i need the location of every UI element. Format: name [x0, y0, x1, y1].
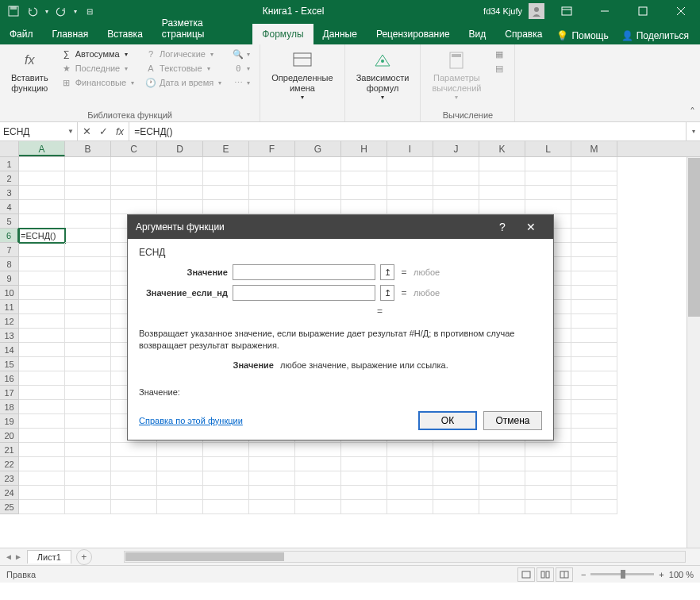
avatar[interactable] — [529, 3, 544, 19]
cell[interactable] — [203, 157, 249, 171]
share-button[interactable]: 👤Поделиться — [617, 27, 694, 44]
cell[interactable] — [571, 314, 617, 329]
row-header[interactable]: 4 — [0, 200, 19, 214]
calc-options-button[interactable]: Параметры вычислений ▾ — [427, 48, 486, 109]
cell[interactable] — [19, 429, 65, 443]
row-header[interactable]: 14 — [0, 343, 19, 357]
cell[interactable] — [157, 200, 203, 214]
range-select-icon[interactable]: ↥ — [380, 285, 394, 301]
cell[interactable] — [157, 486, 203, 500]
row-header[interactable]: 9 — [0, 271, 19, 286]
ribbon-display-icon[interactable] — [551, 0, 583, 22]
cell[interactable] — [65, 171, 111, 186]
cell[interactable] — [203, 171, 249, 186]
cell[interactable] — [525, 186, 571, 200]
cell[interactable] — [479, 500, 525, 514]
cell[interactable] — [249, 443, 295, 457]
cell[interactable] — [65, 400, 111, 414]
cell[interactable] — [525, 200, 571, 214]
tab-data[interactable]: Данные — [313, 24, 367, 44]
cell[interactable] — [65, 214, 111, 229]
cell[interactable] — [111, 171, 157, 186]
tab-page-layout[interactable]: Разметка страницы — [152, 13, 253, 44]
tab-review[interactable]: Рецензирование — [367, 24, 460, 44]
cell[interactable] — [203, 200, 249, 214]
qat-customize-icon[interactable]: ⊟ — [81, 2, 98, 20]
row-header[interactable]: 19 — [0, 414, 19, 429]
column-header[interactable]: K — [479, 141, 525, 156]
row-header[interactable]: 21 — [0, 443, 19, 457]
cell[interactable] — [19, 286, 65, 300]
cell[interactable] — [525, 500, 571, 514]
cell[interactable] — [249, 171, 295, 186]
tab-insert[interactable]: Вставка — [98, 24, 152, 44]
formula-auditing-button[interactable]: Зависимости формул ▾ — [352, 48, 414, 118]
row-header[interactable]: 2 — [0, 171, 19, 186]
cell[interactable] — [433, 471, 479, 486]
save-icon[interactable] — [5, 2, 22, 20]
tab-file[interactable]: Файл — [0, 24, 43, 44]
cell[interactable] — [19, 329, 65, 343]
cell[interactable] — [433, 486, 479, 500]
cell[interactable] — [525, 457, 571, 471]
cell[interactable] — [65, 257, 111, 271]
cell[interactable] — [341, 186, 387, 200]
cell[interactable] — [571, 486, 617, 500]
defined-names-button[interactable]: Определенные имена ▾ — [267, 48, 337, 118]
cell[interactable] — [65, 243, 111, 257]
cell[interactable] — [433, 500, 479, 514]
select-all-corner[interactable] — [0, 141, 19, 156]
undo-icon[interactable] — [24, 2, 41, 20]
cell[interactable] — [65, 229, 111, 243]
range-select-icon[interactable]: ↥ — [380, 264, 394, 280]
cell[interactable] — [19, 386, 65, 400]
cell[interactable] — [19, 214, 65, 229]
cell[interactable] — [203, 186, 249, 200]
cell[interactable] — [65, 186, 111, 200]
close-button[interactable]: ✕ — [517, 215, 545, 239]
horizontal-scrollbar[interactable] — [124, 551, 686, 563]
cell[interactable] — [479, 486, 525, 500]
cell[interactable] — [65, 429, 111, 443]
cell[interactable] — [19, 257, 65, 271]
cell[interactable] — [295, 171, 341, 186]
tab-formulas[interactable]: Формулы — [252, 24, 313, 44]
cell[interactable] — [433, 443, 479, 457]
cell[interactable] — [571, 414, 617, 429]
insert-function-button[interactable]: fx Вставить функцию — [6, 48, 53, 109]
formula-input[interactable]: =ЕСНД() — [129, 122, 686, 140]
cell[interactable] — [571, 457, 617, 471]
row-header[interactable]: 1 — [0, 157, 19, 171]
vertical-scrollbar[interactable] — [687, 157, 700, 548]
datetime-button[interactable]: 🕐Дата и время▾ — [142, 76, 225, 89]
cell[interactable] — [571, 214, 617, 229]
cell[interactable] — [203, 486, 249, 500]
cell[interactable] — [111, 443, 157, 457]
maximize-button[interactable] — [627, 0, 659, 22]
cell[interactable] — [341, 171, 387, 186]
cell[interactable] — [295, 457, 341, 471]
tab-help[interactable]: Справка — [495, 24, 552, 44]
row-header[interactable]: 10 — [0, 286, 19, 300]
cell[interactable] — [249, 186, 295, 200]
cell[interactable]: =ЕСНД() — [19, 229, 65, 243]
row-header[interactable]: 15 — [0, 357, 19, 371]
cell[interactable] — [571, 443, 617, 457]
cell[interactable] — [157, 457, 203, 471]
cancel-formula-icon[interactable]: ✕ — [83, 125, 91, 137]
zoom-level[interactable]: 100 % — [669, 570, 694, 579]
cell[interactable] — [19, 414, 65, 429]
cell[interactable] — [19, 243, 65, 257]
collapse-ribbon-icon[interactable]: ˄ — [690, 106, 695, 118]
row-header[interactable]: 7 — [0, 243, 19, 257]
cell[interactable] — [157, 186, 203, 200]
cell[interactable] — [341, 157, 387, 171]
row-header[interactable]: 24 — [0, 486, 19, 500]
cell[interactable] — [525, 443, 571, 457]
column-header[interactable]: F — [249, 141, 295, 156]
cell[interactable] — [295, 200, 341, 214]
cell[interactable] — [19, 157, 65, 171]
cell[interactable] — [19, 186, 65, 200]
cell[interactable] — [249, 457, 295, 471]
cell[interactable] — [65, 457, 111, 471]
